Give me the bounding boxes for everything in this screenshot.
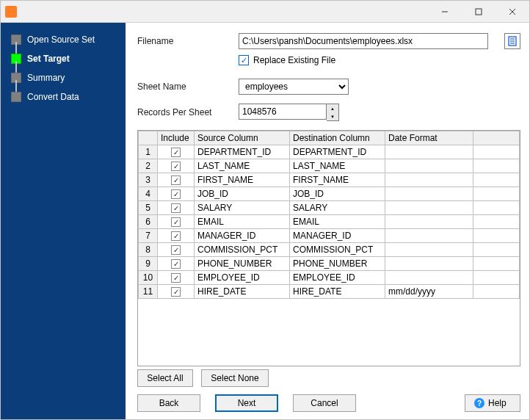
- include-checkbox[interactable]: ✓: [171, 175, 181, 185]
- table-row[interactable]: 6✓EMAILEMAIL: [139, 215, 520, 229]
- back-button[interactable]: Back: [137, 394, 200, 412]
- sheet-name-select[interactable]: employees: [239, 79, 349, 95]
- date-format-cell[interactable]: [385, 271, 473, 285]
- filename-input[interactable]: [239, 33, 488, 49]
- include-cell[interactable]: ✓: [158, 229, 195, 243]
- include-checkbox[interactable]: ✓: [171, 189, 181, 199]
- source-column-cell[interactable]: HIRE_DATE: [195, 285, 290, 299]
- help-button-label: Help: [488, 398, 507, 408]
- row-number-cell: 5: [139, 201, 158, 215]
- replace-file-checkbox[interactable]: ✓: [239, 55, 249, 65]
- include-checkbox[interactable]: ✓: [171, 162, 181, 171]
- source-column-cell[interactable]: DEPARTMENT_ID: [195, 145, 290, 159]
- include-cell[interactable]: ✓: [158, 271, 195, 285]
- minimize-button[interactable]: [428, 1, 462, 23]
- source-column-cell[interactable]: EMPLOYEE_ID: [195, 271, 290, 285]
- date-format-cell[interactable]: [385, 243, 473, 257]
- table-row[interactable]: 9✓PHONE_NUMBERPHONE_NUMBER: [139, 257, 520, 271]
- row-number-cell: 11: [139, 285, 158, 299]
- source-column-cell[interactable]: JOB_ID: [195, 187, 290, 201]
- date-format-cell[interactable]: [385, 159, 473, 173]
- include-checkbox[interactable]: ✓: [171, 203, 181, 213]
- wizard-step[interactable]: Summary: [1, 68, 126, 87]
- table-row[interactable]: 4✓JOB_IDJOB_ID: [139, 187, 520, 201]
- source-column-cell[interactable]: PHONE_NUMBER: [195, 257, 290, 271]
- include-cell[interactable]: ✓: [158, 285, 195, 299]
- include-cell[interactable]: ✓: [158, 257, 195, 271]
- include-cell[interactable]: ✓: [158, 173, 195, 187]
- date-format-cell[interactable]: [385, 201, 473, 215]
- date-format-cell[interactable]: mm/dd/yyyy: [385, 285, 473, 299]
- source-column-cell[interactable]: SALARY: [195, 201, 290, 215]
- destination-column-cell[interactable]: DEPARTMENT_ID: [290, 145, 385, 159]
- destination-column-cell[interactable]: JOB_ID: [290, 187, 385, 201]
- row-number-cell: 9: [139, 257, 158, 271]
- include-cell[interactable]: ✓: [158, 201, 195, 215]
- source-column-cell[interactable]: MANAGER_ID: [195, 229, 290, 243]
- columns-grid[interactable]: Include Source Column Destination Column…: [137, 130, 520, 366]
- wizard-step[interactable]: Convert Data: [1, 87, 126, 106]
- source-column-cell[interactable]: EMAIL: [195, 215, 290, 229]
- include-checkbox[interactable]: ✓: [171, 245, 181, 255]
- destination-column-cell[interactable]: FIRST_NAME: [290, 173, 385, 187]
- destination-column-cell[interactable]: COMMISSION_PCT: [290, 243, 385, 257]
- select-all-button[interactable]: Select All: [137, 369, 193, 387]
- row-number-cell: 4: [139, 187, 158, 201]
- records-per-sheet-input[interactable]: [239, 104, 327, 120]
- destination-column-cell[interactable]: PHONE_NUMBER: [290, 257, 385, 271]
- destination-column-cell[interactable]: HIRE_DATE: [290, 285, 385, 299]
- destination-column-cell[interactable]: SALARY: [290, 201, 385, 215]
- include-checkbox[interactable]: ✓: [171, 287, 181, 297]
- include-checkbox[interactable]: ✓: [171, 231, 181, 241]
- include-cell[interactable]: ✓: [158, 187, 195, 201]
- source-column-header[interactable]: Source Column: [195, 131, 290, 145]
- table-row[interactable]: 3✓FIRST_NAMEFIRST_NAME: [139, 173, 520, 187]
- include-cell[interactable]: ✓: [158, 159, 195, 173]
- wizard-step[interactable]: Open Source Set: [1, 30, 126, 49]
- table-row[interactable]: 10✓EMPLOYEE_IDEMPLOYEE_ID: [139, 271, 520, 285]
- date-format-cell[interactable]: [385, 257, 473, 271]
- help-button[interactable]: ? Help: [465, 394, 520, 412]
- next-button[interactable]: Next: [215, 394, 278, 412]
- table-row[interactable]: 11✓HIRE_DATEHIRE_DATEmm/dd/yyyy: [139, 285, 520, 299]
- include-checkbox[interactable]: ✓: [171, 259, 181, 269]
- include-header[interactable]: Include: [158, 131, 195, 145]
- destination-column-cell[interactable]: MANAGER_ID: [290, 229, 385, 243]
- cancel-button[interactable]: Cancel: [293, 394, 356, 412]
- date-format-cell[interactable]: [385, 145, 473, 159]
- step-label: Set Target: [27, 54, 70, 64]
- table-row[interactable]: 5✓SALARYSALARY: [139, 201, 520, 215]
- document-icon: [507, 36, 518, 46]
- include-cell[interactable]: ✓: [158, 145, 195, 159]
- include-checkbox[interactable]: ✓: [171, 273, 181, 283]
- include-cell[interactable]: ✓: [158, 215, 195, 229]
- close-button[interactable]: [495, 1, 529, 23]
- select-none-button[interactable]: Select None: [201, 369, 268, 387]
- destination-column-cell[interactable]: EMPLOYEE_ID: [290, 271, 385, 285]
- browse-button[interactable]: [504, 33, 520, 49]
- include-cell[interactable]: ✓: [158, 243, 195, 257]
- table-row[interactable]: 7✓MANAGER_IDMANAGER_ID: [139, 229, 520, 243]
- table-row[interactable]: 2✓LAST_NAMELAST_NAME: [139, 159, 520, 173]
- table-row[interactable]: 8✓COMMISSION_PCTCOMMISSION_PCT: [139, 243, 520, 257]
- source-column-cell[interactable]: LAST_NAME: [195, 159, 290, 173]
- table-row[interactable]: 1✓DEPARTMENT_IDDEPARTMENT_ID: [139, 145, 520, 159]
- date-format-cell[interactable]: [385, 173, 473, 187]
- source-column-cell[interactable]: COMMISSION_PCT: [195, 243, 290, 257]
- destination-column-cell[interactable]: LAST_NAME: [290, 159, 385, 173]
- date-format-cell[interactable]: [385, 187, 473, 201]
- destination-column-cell[interactable]: EMAIL: [290, 215, 385, 229]
- include-checkbox[interactable]: ✓: [171, 217, 181, 227]
- wizard-step[interactable]: Set Target: [1, 49, 126, 68]
- destination-column-header[interactable]: Destination Column: [290, 131, 385, 145]
- date-format-cell[interactable]: [385, 229, 473, 243]
- date-format-cell[interactable]: [385, 215, 473, 229]
- maximize-button[interactable]: [462, 1, 495, 23]
- records-spin-down[interactable]: ▼: [327, 112, 338, 120]
- main-pane: Filename ✓ Replace Existing File Sheet N…: [126, 23, 529, 419]
- date-format-header[interactable]: Date Format: [385, 131, 473, 145]
- step-label: Open Source Set: [27, 35, 95, 45]
- source-column-cell[interactable]: FIRST_NAME: [195, 173, 290, 187]
- records-spin-up[interactable]: ▲: [327, 104, 338, 112]
- include-checkbox[interactable]: ✓: [171, 148, 181, 157]
